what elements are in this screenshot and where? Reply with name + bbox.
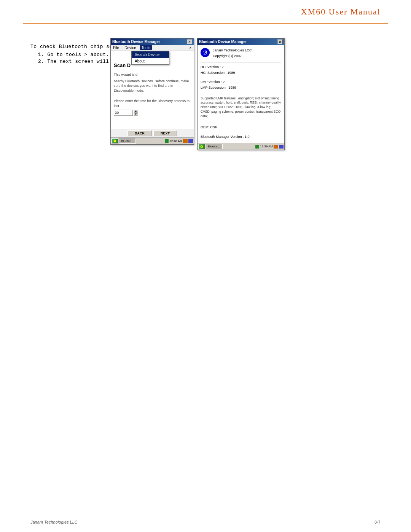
menu-file[interactable]: File [112,45,121,50]
taskbar-clock-2: 12:39 AM [255,145,284,149]
page-footer: Janam Technologies LLC 8-7 [30,518,381,524]
taskbar-icon-blue-1 [188,139,193,143]
lmp-features: Supported LMP features : encryption; slo… [201,96,281,119]
time-input-row: 30 ▲ ▼ [114,110,191,116]
spin-buttons: ▲ ▼ [134,110,138,116]
bluetooth-icon: ℬ [201,48,210,57]
copyright: Copyright (C) 2007 [213,54,252,59]
taskbar-icon-green-1 [165,139,169,143]
dialog-1-footer: BACK NEXT [111,129,194,137]
menu-device[interactable]: Device [123,45,138,50]
dialog-1: Bluetooth Device Manager × File Device T… [110,38,194,150]
close-btn-1[interactable]: × [187,39,192,44]
taskbar-icon-orange-2 [274,145,278,149]
bt-manager-version: Bluetooth Manager Version : 1.0 [201,134,281,139]
screenshots-container: Bluetooth Device Manager × File Device T… [110,38,281,150]
taskbar-icon-blue-2 [279,145,284,149]
dialog-2: Bluetooth Device Manager × ℬ Janam Techn… [197,38,281,150]
taskbar-item-1[interactable]: Bluetoo... [119,138,136,144]
footer-page-number: 8-7 [374,520,381,524]
scan-text-2: nearby Bluetooth Devices. Before continu… [114,79,191,93]
top-divider [23,23,388,24]
hci-subversion: HCI Subversion : 1989 [201,70,281,75]
lmp-subversion: LMP Subversion : 1989 [201,85,281,90]
tools-dropdown: Search Device About [131,51,169,65]
hci-version: HCI Version : 2 [201,65,281,70]
titlebar-2-text: Bluetooth Device Manager [199,40,247,44]
next-button[interactable]: NEXT [153,130,177,136]
footer-company: Janam Technologies LLC [30,520,78,524]
about-company-info: Janam Technologies LCC Copyright (C) 200… [213,48,252,59]
back-button[interactable]: BACK [127,130,152,136]
win-dialog-1: Bluetooth Device Manager × File Device T… [110,38,194,145]
about-content: ℬ Janam Technologies LCC Copyright (C) 2… [198,45,284,143]
titlebar-2: Bluetooth Device Manager × [198,38,284,45]
start-btn-1[interactable]: ✿ [112,138,118,144]
lmp-version: LMP Version : 2 [201,80,281,85]
time-input[interactable]: 30 [114,110,133,116]
titlebar-1: Bluetooth Device Manager × [111,38,194,45]
spin-up[interactable]: ▲ [134,110,138,113]
start-btn-2[interactable]: ✿ [198,144,205,149]
time-label: Please enter the time for the Discovery … [114,99,191,108]
win-dialog-2: Bluetooth Device Manager × ℬ Janam Techn… [197,38,285,150]
page-title: XM60 User Manual [301,7,381,17]
taskbar-icon-orange-1 [183,139,188,143]
taskbar-2: ✿ Bluetoo... 12:39 AM [198,143,284,150]
taskbar-item-2[interactable]: Bluetoo... [206,144,223,149]
dropdown-search-device[interactable]: Search Device [132,51,169,58]
about-header: ℬ Janam Technologies LCC Copyright (C) 2… [201,48,281,59]
taskbar-icon-green-2 [255,145,259,149]
taskbar-clock-1: 12:40 AM [165,139,193,143]
titlebar-1-text: Bluetooth Device Manager [112,40,160,44]
scan-text-1: This wizard is d [114,72,191,77]
company-name: Janam Technologies LCC [213,48,252,53]
menu-close-x[interactable]: × [188,45,193,50]
spin-down[interactable]: ▼ [134,113,138,116]
taskbar-1: ✿ Bluetoo... 12:40 AM [111,137,194,144]
oem: OEM: CSR [201,125,281,130]
menu-tools[interactable]: Tools [140,45,152,50]
menubar-1: File Device Tools × [111,45,194,51]
close-btn-2[interactable]: × [277,39,283,44]
dropdown-about[interactable]: About [132,58,169,64]
